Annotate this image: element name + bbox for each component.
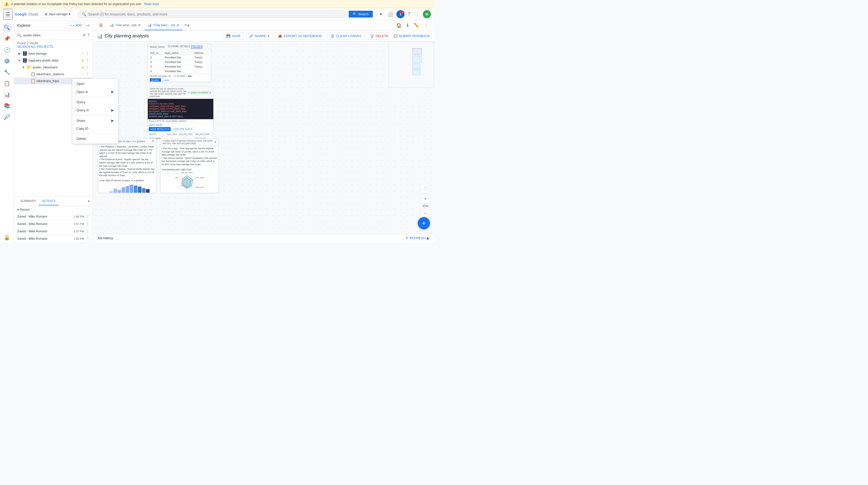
search-btn-icon: 🔍 <box>353 12 357 16</box>
card-close-icon[interactable]: ✕ <box>209 91 211 94</box>
user-profile-avatar[interactable]: M <box>423 10 431 18</box>
warning-bar: ⚠️ A potential violation of our Acceptab… <box>0 0 434 8</box>
tree-item-bikeshare-stations[interactable]: 📋 bikeshare_stations ☆ ⋮ <box>14 71 93 78</box>
expand-recent-icon[interactable]: ▾ <box>17 208 19 211</box>
context-menu-query-in[interactable]: Query in ▶ <box>72 106 93 114</box>
activity-item: Saved - Mike Romano 1:07 PM ⋮ <box>14 220 93 228</box>
star-icon[interactable]: ☆ <box>81 72 85 76</box>
zoom-in-button[interactable]: + <box>421 194 430 203</box>
tab-activity[interactable]: ACTIVITY <box>39 197 59 205</box>
refresh-button[interactable]: ↻ REFRESH <box>406 236 425 240</box>
context-menu-copy-id[interactable]: Copy ID <box>72 124 93 133</box>
code-line: MIN(plant_data) AS min_plant_data, <box>149 108 212 110</box>
more-options-button[interactable]: ⋮ <box>413 9 422 19</box>
star-icon[interactable]: ☆ <box>81 52 85 56</box>
sidebar-icon-layers[interactable]: 📚 <box>2 101 12 111</box>
tab-dropdown-button[interactable]: ▾ <box>187 23 189 27</box>
card-close-icon[interactable]: ✕ <box>152 140 154 143</box>
save-icon: 💾 <box>226 34 230 38</box>
clear-canvas-button[interactable]: 🗑️ CLEAR CANVAS <box>327 32 364 40</box>
query-card-btn[interactable]: QUERY <box>150 78 161 82</box>
context-menu-query[interactable]: Query <box>72 98 93 106</box>
tree-item-austin-bikeshare[interactable]: ▼ 📁 austin_bikeshare ★ ⋮ <box>14 64 93 71</box>
activity-menu-icon[interactable]: ⋮ <box>86 237 90 241</box>
tree-item-daui-storage[interactable]: ▶ 🗄️ daui-storage ☆ ⋮ <box>14 50 93 57</box>
details-tab[interactable]: DETAILS <box>180 45 190 48</box>
search-all-projects-link[interactable]: SEARCH ALL PROJECTS <box>17 45 53 49</box>
tab-city-planning[interactable]: 📊 *City plan... sis ✕ <box>145 20 183 30</box>
sidebar-icon-tools[interactable]: 🔧 <box>2 67 12 77</box>
add-button[interactable]: + + ADD <box>67 22 85 28</box>
zoom-out-button[interactable]: − <box>421 209 430 218</box>
help-button[interactable]: ? <box>406 9 412 19</box>
search-clear-icon[interactable]: ✕ <box>83 33 86 38</box>
tree-menu-icon[interactable]: ⋮ <box>86 72 90 77</box>
canvas-area[interactable]: street_trees SCHEMA DETAILS PREVIEW ⋮ tr… <box>93 42 434 233</box>
tab-panel-edit-icon[interactable]: ✏️ <box>412 21 421 30</box>
card-more-icon[interactable]: ⋮ <box>206 45 209 48</box>
sidebar-icon-explorer[interactable]: 🔍 <box>2 22 12 32</box>
sidebar-icon-settings[interactable]: ⚙️ <box>2 56 12 66</box>
page-icon: 📊 <box>97 33 102 39</box>
global-search-bar: 🔍 <box>78 10 347 18</box>
warning-link[interactable]: Read more <box>144 2 159 6</box>
delete-button[interactable]: 🗑️ DELETE <box>367 32 392 40</box>
save-button[interactable]: 💾 SAVE <box>223 32 244 40</box>
sidebar-icon-search2[interactable]: 🔎 <box>2 112 12 122</box>
star-icon[interactable]: ★ <box>81 65 85 69</box>
cloud-shell-button[interactable]: ⬜ <box>386 9 395 19</box>
search-help-icon[interactable]: ? <box>87 33 90 38</box>
tab-home[interactable]: 🏠 ✕ <box>96 20 106 30</box>
card-prompt: A radar chart of species showing count, … <box>162 140 214 145</box>
svg-rect-4 <box>126 186 129 193</box>
card-close-icon[interactable]: ✕ <box>214 141 216 144</box>
sidebar-icon-lock[interactable]: 🔒 <box>2 232 12 242</box>
explore-data-btn[interactable]: EXPLORE DATA ▾ <box>172 127 194 131</box>
sidebar-icon-list[interactable]: 📋 <box>2 78 12 88</box>
gemini-button[interactable]: ✦ <box>377 9 385 19</box>
sidebar-icon-history[interactable]: 🕐 <box>2 45 12 55</box>
hamburger-menu[interactable]: ☰ <box>3 9 13 20</box>
global-search-button[interactable]: 🔍 Search <box>349 11 373 18</box>
add-fab-button[interactable]: + <box>418 217 430 229</box>
tab-panel-info-icon[interactable]: ℹ <box>405 21 411 30</box>
activity-menu-icon[interactable]: ⋮ <box>86 222 90 226</box>
tree-item-bigquery-public-data[interactable]: ▼ 🗄️ bigquery-public-data ★ ⋮ <box>14 57 93 64</box>
activity-menu-icon[interactable]: ⋮ <box>86 229 90 233</box>
schema-tab[interactable]: SCHEMA <box>168 45 179 48</box>
star-icon[interactable]: ★ <box>81 58 85 62</box>
export-notebook-button[interactable]: 📤 EXPORT AS NOTEBOOK <box>275 32 325 40</box>
tree-menu-icon[interactable]: ⋮ <box>86 65 90 70</box>
close-tab-icon[interactable]: ✕ <box>177 23 180 27</box>
preview-tab[interactable]: PREVIEW <box>191 45 203 48</box>
global-search-input[interactable] <box>88 12 342 16</box>
tree-menu-icon[interactable]: ⋮ <box>86 58 90 63</box>
collapse-explorer-button[interactable]: ⊣ <box>86 23 90 28</box>
svg-text:max: max <box>175 177 179 178</box>
tree-menu-icon[interactable]: ⋮ <box>86 51 90 56</box>
close-tab-icon[interactable]: ✕ <box>138 23 141 27</box>
tab-summary[interactable]: SUMMARY <box>17 197 39 205</box>
context-menu-open-in[interactable]: Open in ▶ <box>72 88 93 96</box>
card-title: street_trees <box>150 45 164 48</box>
sidebar-icon-pin[interactable]: 📌 <box>2 33 12 44</box>
add-tab-button[interactable]: + <box>184 23 187 28</box>
project-selector[interactable]: ⊞ daui-storage ▾ <box>42 11 73 17</box>
context-menu-open[interactable]: Open <box>72 80 93 88</box>
fit-to-screen-button[interactable]: ⛶ <box>421 184 430 193</box>
submit-feedback-button[interactable]: 💬 SUBMIT FEEDBACK <box>394 34 430 38</box>
context-menu-delete[interactable]: Delete <box>72 135 93 143</box>
explorer-search-input[interactable] <box>23 33 81 37</box>
card-body-text: • The Platanus x hispanica - Sycamore: L… <box>98 144 156 178</box>
sidebar-icon-chart[interactable]: 📊 <box>2 89 12 99</box>
bottom-panel-collapse-icon[interactable]: ▾ <box>88 199 90 203</box>
share-button[interactable]: 🔗 SHARE ▾ <box>246 32 273 40</box>
tab-panel-more-icon[interactable]: ⋮ <box>422 21 431 30</box>
save-results-btn[interactable]: SAVE RESULTS ▾ <box>149 127 170 131</box>
collapse-job-history-icon[interactable]: ▲ <box>425 235 430 241</box>
context-menu-share[interactable]: Share ▶ <box>72 116 93 124</box>
tab-panel-home-icon[interactable]: 🏠 <box>394 21 404 30</box>
join-card-btn[interactable]: JOIN <box>162 78 171 82</box>
tab-tree-analysis[interactable]: 📊 Tree anal...ata ✕ <box>107 20 144 30</box>
activity-menu-icon[interactable]: ⋮ <box>86 215 90 219</box>
